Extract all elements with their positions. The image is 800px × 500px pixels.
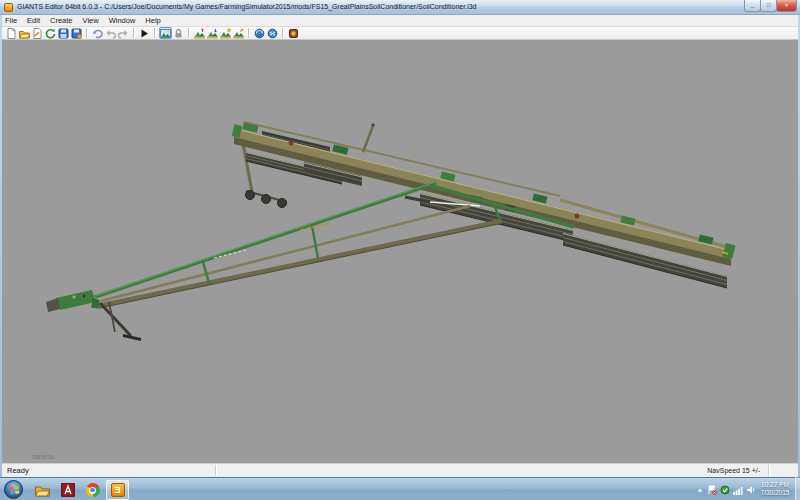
- taskbar-giants-editor[interactable]: Ǝ: [106, 480, 129, 500]
- rolling-baskets: [246, 152, 727, 288]
- main-beam: [234, 128, 731, 266]
- toolbar-separator: [154, 28, 156, 38]
- start-button[interactable]: [4, 480, 23, 499]
- close-button[interactable]: ×: [776, 0, 797, 12]
- lock-icon[interactable]: [172, 27, 185, 39]
- volume-icon[interactable]: [746, 485, 756, 495]
- menu-help[interactable]: Help: [140, 15, 165, 26]
- undo-icon[interactable]: [104, 27, 117, 39]
- taskbar: Ǝ 10:27 PM 7/30/2015: [0, 477, 800, 500]
- window-title: GIANTS Editor 64bit 6.0.3 - C:/Users/Joe…: [17, 3, 476, 10]
- play-icon[interactable]: [138, 27, 151, 39]
- light-icon[interactable]: [287, 27, 300, 39]
- maximize-button[interactable]: □: [760, 0, 777, 12]
- rear-rank: [244, 122, 727, 247]
- new-file-icon[interactable]: [5, 27, 18, 39]
- giants-editor-icon: Ǝ: [111, 483, 125, 497]
- active-camera-label: camera: [32, 453, 54, 460]
- toolbar-separator: [188, 28, 190, 38]
- explorer-icon: [35, 484, 50, 497]
- menu-create[interactable]: Create: [45, 15, 78, 26]
- hitch: [46, 290, 96, 312]
- revert-icon[interactable]: [91, 27, 104, 39]
- taskbar-chrome[interactable]: [81, 480, 104, 500]
- open-file-icon[interactable]: [18, 27, 31, 39]
- menu-view[interactable]: View: [78, 15, 104, 26]
- status-bar: Ready NavSpeed 15 +/-: [2, 463, 798, 477]
- adobe-reader-icon: [61, 483, 75, 497]
- terrain-smooth-icon[interactable]: [219, 27, 232, 39]
- import-icon[interactable]: [31, 27, 44, 39]
- update-icon[interactable]: [720, 485, 730, 495]
- terrain-paint-icon[interactable]: [232, 27, 245, 39]
- viewport-3d[interactable]: camera: [2, 40, 798, 463]
- save-icon[interactable]: [57, 27, 70, 39]
- physics-icon[interactable]: [253, 27, 266, 39]
- giants-app-icon: [4, 3, 13, 12]
- caption-buttons: _ □ ×: [745, 0, 797, 12]
- toolbar-separator: [133, 28, 135, 38]
- reload-icon[interactable]: [44, 27, 57, 39]
- status-divider: [215, 465, 217, 476]
- network-icon[interactable]: [733, 485, 743, 495]
- menu-file[interactable]: File: [0, 15, 22, 26]
- toolbar: [2, 27, 798, 40]
- terrain-raise-icon[interactable]: [193, 27, 206, 39]
- taskbar-clock[interactable]: 10:27 PM 7/30/2015: [756, 481, 794, 497]
- chrome-icon: [86, 483, 100, 497]
- system-tray: [696, 478, 756, 500]
- chevron-up-icon[interactable]: [696, 486, 704, 494]
- redo-icon[interactable]: [117, 27, 130, 39]
- menu-window[interactable]: Window: [104, 15, 141, 26]
- status-divider: [768, 465, 770, 476]
- minimize-button[interactable]: _: [744, 0, 761, 12]
- show-desktop-button[interactable]: [795, 477, 800, 500]
- clock-date: 7/30/2015: [756, 489, 794, 497]
- toolbar-separator: [282, 28, 284, 38]
- terrain-lower-icon[interactable]: [206, 27, 219, 39]
- taskbar-explorer[interactable]: [31, 480, 54, 500]
- soil-conditioner-model: [2, 40, 798, 463]
- title-bar[interactable]: GIANTS Editor 64bit 6.0.3 - C:/Users/Joe…: [0, 0, 800, 15]
- toolbar-separator: [248, 28, 250, 38]
- menu-bar: File Edit Create View Window Help: [0, 15, 800, 27]
- render-mode-icon[interactable]: [159, 27, 172, 39]
- navspeed-label: NavSpeed 15 +/-: [707, 467, 760, 474]
- windows-logo-icon: [9, 486, 19, 495]
- taskbar-adobe-reader[interactable]: [56, 480, 79, 500]
- clock-time: 10:27 PM: [756, 481, 794, 489]
- toolbar-separator: [86, 28, 88, 38]
- action-center-icon[interactable]: [707, 485, 717, 495]
- status-ready: Ready: [7, 466, 29, 475]
- collision-icon[interactable]: [266, 27, 279, 39]
- menu-edit[interactable]: Edit: [22, 15, 45, 26]
- save-as-icon[interactable]: [70, 27, 83, 39]
